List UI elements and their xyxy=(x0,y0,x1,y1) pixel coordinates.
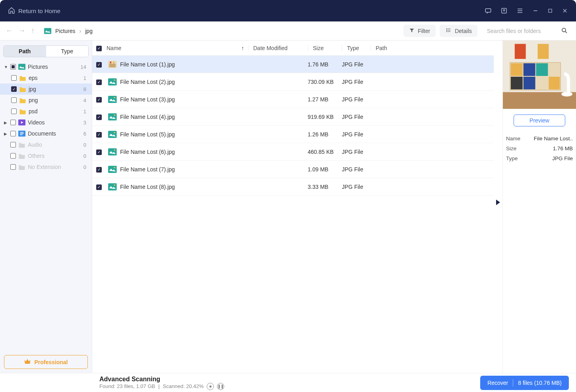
file-thumb-icon xyxy=(108,166,117,173)
search-box[interactable] xyxy=(483,24,570,38)
export-icon[interactable] xyxy=(500,7,508,14)
checkbox[interactable] xyxy=(10,153,16,159)
folder-icon xyxy=(18,142,25,148)
row-checkbox[interactable]: ✓ xyxy=(96,97,102,103)
svg-rect-3 xyxy=(44,28,51,34)
col-name[interactable]: Name xyxy=(107,45,121,51)
tree-item-others[interactable]: Others 0 xyxy=(0,150,92,161)
table-row[interactable]: ✓ File Name Lost (5).jpg 1.26 MB JPG Fil… xyxy=(92,126,494,143)
checkbox[interactable] xyxy=(10,164,16,170)
checkbox[interactable] xyxy=(11,75,17,81)
chat-icon[interactable] xyxy=(485,7,492,14)
search-input[interactable] xyxy=(483,24,570,38)
tree-item-eps[interactable]: eps 1 xyxy=(0,72,92,83)
col-path[interactable]: Path xyxy=(370,45,490,51)
select-all-checkbox[interactable]: ✓ xyxy=(96,46,102,51)
tree-item-videos[interactable]: ▶ Videos 3 xyxy=(0,117,92,128)
table-row[interactable]: ✓ File Name Lost (1).jpg 1.76 MB JPG Fil… xyxy=(92,56,494,73)
preview-button[interactable]: Preview xyxy=(514,114,565,126)
table-row[interactable]: ✓ File Name Lost (7).jpg 1.09 MB JPG Fil… xyxy=(92,161,494,178)
chevron-down-icon[interactable]: ▼ xyxy=(4,65,8,69)
chevron-right-icon[interactable]: ▶ xyxy=(4,132,8,136)
breadcrumb-item[interactable]: Pictures xyxy=(55,28,76,34)
table-row[interactable]: ✓ File Name Lost (8).jpg 3.33 MB JPG Fil… xyxy=(92,178,494,196)
tree-item-no-extension[interactable]: No Extension 0 xyxy=(0,161,92,173)
filter-label: Filter xyxy=(418,28,430,34)
file-name: File Name Lost (5).jpg xyxy=(120,131,175,138)
table-row[interactable]: ✓ File Name Lost (6).jpg 460.85 KB JPG F… xyxy=(92,143,494,161)
checkbox[interactable] xyxy=(10,131,16,136)
breadcrumb-item[interactable]: jpg xyxy=(85,28,93,34)
close-icon[interactable] xyxy=(562,8,568,14)
filter-button[interactable]: Filter xyxy=(403,25,436,37)
return-home-button[interactable]: Return to Home xyxy=(8,7,60,15)
search-icon[interactable] xyxy=(561,27,568,36)
forward-icon[interactable]: → xyxy=(18,27,25,35)
tree-item-audio[interactable]: Audio 0 xyxy=(0,139,92,150)
svg-point-5 xyxy=(447,30,447,30)
svg-rect-13 xyxy=(110,61,111,63)
back-icon[interactable]: ← xyxy=(6,27,13,35)
table-row[interactable]: ✓ File Name Lost (4).jpg 919.69 KB JPG F… xyxy=(92,108,494,126)
up-icon[interactable]: ↑ xyxy=(31,27,35,35)
details-button[interactable]: Details xyxy=(440,25,477,37)
chevron-right-icon[interactable]: ▶ xyxy=(4,120,8,125)
checkbox[interactable] xyxy=(10,120,16,125)
table-row[interactable]: ✓ File Name Lost (3).jpg 1.27 MB JPG Fil… xyxy=(92,91,494,108)
svg-rect-8 xyxy=(18,64,25,70)
table-row[interactable]: ✓ File Name Lost (2).jpg 730.09 KB JPG F… xyxy=(92,73,494,91)
row-checkbox[interactable]: ✓ xyxy=(96,114,102,120)
tree-item-documents[interactable]: ▶ Documents 6 xyxy=(0,128,92,139)
tree-item-label: Others xyxy=(28,153,45,159)
preview-thumbnail[interactable] xyxy=(503,41,576,109)
col-date[interactable]: Date Modified xyxy=(248,45,308,51)
tree-item-count: 1 xyxy=(83,109,88,114)
checkbox[interactable] xyxy=(10,64,16,70)
scanned-label: Scanned: 20.42% xyxy=(163,383,204,389)
recover-selection: 8 files (10.76 MB) xyxy=(518,380,562,386)
col-size[interactable]: Size xyxy=(308,45,342,51)
recover-button[interactable]: Recover 8 files (10.76 MB) xyxy=(480,376,569,390)
row-checkbox[interactable]: ✓ xyxy=(96,62,102,68)
minimize-icon[interactable] xyxy=(532,8,539,14)
checkbox[interactable] xyxy=(11,109,17,114)
row-checkbox[interactable]: ✓ xyxy=(96,184,102,190)
tree-item-count: 0 xyxy=(83,153,88,159)
tree-item-psd[interactable]: psd 1 xyxy=(0,106,92,117)
row-checkbox[interactable]: ✓ xyxy=(96,80,102,85)
tree-item-count: 3 xyxy=(83,120,88,126)
svg-rect-19 xyxy=(108,113,117,120)
tree-item-png[interactable]: png 4 xyxy=(0,95,92,106)
row-checkbox[interactable]: ✓ xyxy=(96,132,102,138)
tree-item-label: Pictures xyxy=(28,64,48,70)
svg-rect-23 xyxy=(108,148,117,155)
folder-tree: ▼ Pictures 14 eps 1 ✓ jpg 8 png 4 psd 1 … xyxy=(0,60,92,351)
checkbox[interactable]: ✓ xyxy=(11,86,17,92)
svg-rect-39 xyxy=(549,77,560,89)
professional-button[interactable]: Professional xyxy=(4,355,88,369)
file-thumb-icon xyxy=(108,61,117,68)
tree-item-pictures[interactable]: ▼ Pictures 14 xyxy=(0,61,92,72)
pause-scan-button[interactable]: ❚❚ xyxy=(217,383,224,390)
tree-item-label: Audio xyxy=(28,142,42,148)
col-type[interactable]: Type xyxy=(342,45,370,51)
folder-icon xyxy=(18,153,25,159)
menu-icon[interactable] xyxy=(516,7,524,14)
preview-panel: Preview NameFile Name Lost..Size1.76 MBT… xyxy=(502,41,576,373)
svg-rect-21 xyxy=(108,131,117,138)
window-controls xyxy=(485,7,568,14)
tab-path[interactable]: Path xyxy=(4,46,46,57)
file-size: 1.27 MB xyxy=(308,96,342,103)
tab-type[interactable]: Type xyxy=(46,46,89,57)
row-checkbox[interactable]: ✓ xyxy=(96,167,102,173)
maximize-icon[interactable] xyxy=(547,8,553,14)
stop-scan-button[interactable]: ■ xyxy=(207,383,214,390)
svg-rect-40 xyxy=(515,44,526,59)
checkbox[interactable] xyxy=(10,142,16,147)
meta-row: TypeJPG File xyxy=(506,153,573,163)
row-checkbox[interactable]: ✓ xyxy=(96,149,102,155)
expand-preview-icon[interactable] xyxy=(496,52,500,206)
checkbox[interactable] xyxy=(11,97,17,103)
tree-item-jpg[interactable]: ✓ jpg 8 xyxy=(0,83,92,95)
sort-arrow-icon[interactable]: ↑ xyxy=(241,45,244,51)
